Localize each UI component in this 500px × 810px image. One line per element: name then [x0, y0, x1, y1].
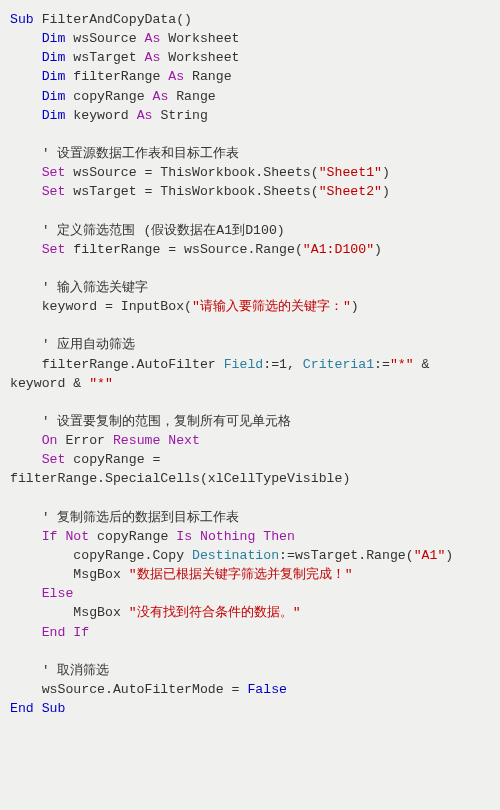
code-block: Sub FilterAndCopyData() Dim wsSource As …	[10, 10, 490, 718]
